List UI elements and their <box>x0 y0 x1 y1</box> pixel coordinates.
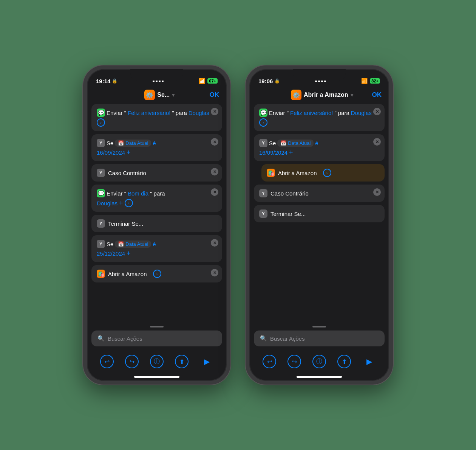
otherwise-icon-1: Y <box>97 169 105 177</box>
amazon-arrow-1[interactable]: › <box>153 270 161 278</box>
otherwise-label-1: Caso Contrário <box>108 170 146 176</box>
action-row-date-p2: 16/09/2024 + <box>259 149 379 157</box>
data-chip-2[interactable]: 📅 Data Atual <box>115 241 151 248</box>
close-btn-amazon-1[interactable]: ✕ <box>211 269 218 276</box>
data-atual-label-p2: Data Atual <box>288 140 311 146</box>
if-icon-2: Y <box>97 240 105 248</box>
date-label-1: 16/09/2024 <box>97 149 125 156</box>
action-card-amazon-1: 🛍️ Abrir a Amazon › ✕ <box>91 265 222 282</box>
se-label-1: Se <box>107 140 113 146</box>
undo-btn-2[interactable]: ↩ <box>263 355 276 368</box>
amazon-arrow-p2[interactable]: › <box>323 169 331 177</box>
quote-close-2: " para <box>150 190 165 197</box>
enviar-label-p2-1: Enviar " <box>269 110 289 116</box>
toolbar-1: ↩ ↪ ⓘ ⬆ ▶ <box>87 351 227 376</box>
close-btn-otherwise-1[interactable]: ✕ <box>211 168 218 175</box>
info-btn-2[interactable]: ⓘ <box>312 355 326 368</box>
plus-btn-date-1[interactable]: + <box>127 149 131 157</box>
battery-1: 67+ <box>207 78 218 84</box>
info-icon-2: ⓘ <box>316 358 322 366</box>
battery-2: 82+ <box>370 78 380 84</box>
close-btn-if-1[interactable]: ✕ <box>211 138 218 146</box>
nav-title-2: ⚙️ Abrir a Amazon ▾ <box>291 90 353 100</box>
message-icon-1: 💬 <box>97 109 105 117</box>
nav-title-1: ⚙️ Se... ▾ <box>144 90 175 100</box>
dot1-p2 <box>315 80 317 82</box>
close-btn-1[interactable]: ✕ <box>211 108 218 115</box>
redo-btn-1[interactable]: ↪ <box>125 355 139 368</box>
enviar-label-1: Enviar " <box>107 110 126 116</box>
search-bar-2[interactable]: 🔍 Buscar Ações <box>254 331 385 346</box>
arrow-circle-2[interactable]: › <box>125 199 133 207</box>
plus-btn-2[interactable]: + <box>119 199 123 207</box>
status-right-2: 📶 82+ <box>361 78 380 84</box>
wifi-icon-2: 📶 <box>361 78 368 84</box>
se-label-2: Se <box>107 241 113 247</box>
dot2 <box>156 80 158 82</box>
scroll-content-2: 💬 Enviar " Feliz aniversário! " para Dou… <box>249 104 389 323</box>
terminar-label-A: Terminar Se... <box>108 220 143 227</box>
bottom-search-2: 🔍 Buscar Ações <box>249 323 389 351</box>
action-row-if-2: Y Se 📅 Data Atual é <box>97 240 217 248</box>
close-btn-send-2[interactable]: ✕ <box>211 188 218 196</box>
plus-btn-date-p2[interactable]: + <box>289 149 293 157</box>
app-icon-1: ⚙️ <box>144 90 155 100</box>
action-card-send-2: 💬 Enviar " Bom dia " para Douglas + › ✕ <box>91 185 222 212</box>
play-btn-1[interactable]: ▶ <box>200 355 213 368</box>
dot4 <box>162 80 164 82</box>
time-label-2: 19:06 <box>258 78 273 84</box>
e-label-1: é <box>153 140 156 146</box>
contact-label-p2-1: Douglas <box>351 110 372 116</box>
dot2-p2 <box>318 80 320 82</box>
play-btn-2[interactable]: ▶ <box>362 355 376 368</box>
action-row-if-1: Y Se 📅 Data Atual é <box>97 139 217 147</box>
amazon-icon-p2: 🛍️ <box>267 169 275 177</box>
undo-btn-1[interactable]: ↩ <box>100 355 114 368</box>
wifi-icon-1: 📶 <box>199 78 205 84</box>
data-chip-1[interactable]: 📅 Data Atual <box>115 140 151 147</box>
calendar-icon-chip-p2: 📅 <box>280 140 286 146</box>
action-card-otherwise-p2: Y Caso Contrário ✕ <box>254 185 385 202</box>
drag-handle-1 <box>150 326 164 327</box>
close-btn-if-p2[interactable]: ✕ <box>373 138 381 146</box>
calendar-icon-chip-2: 📅 <box>118 241 124 247</box>
action-row-2: 💬 Enviar " Bom dia " para <box>97 189 217 197</box>
status-right-1: 📶 67+ <box>199 78 218 84</box>
redo-icon-2: ↪ <box>292 358 297 365</box>
nav-ok-1[interactable]: OK <box>210 91 219 99</box>
nav-ok-2[interactable]: OK <box>372 91 382 99</box>
dot3 <box>159 80 161 82</box>
status-time-1: 19:14 🔒 <box>96 78 117 84</box>
action-row-if-p2: Y Se 📅 Data Atual é <box>259 139 379 147</box>
action-card-send-1: 💬 Enviar " Feliz aniversário! " para Dou… <box>91 104 222 131</box>
action-card-if-p2: Y Se 📅 Data Atual é 16/09/2024 + ✕ <box>254 134 385 161</box>
scroll-content-1: 💬 Enviar " Feliz aniversário! " para Dou… <box>87 104 227 323</box>
action-card-endifA: Y Terminar Se... <box>91 215 222 232</box>
search-icon-2: 🔍 <box>260 335 267 342</box>
action-row-p2-1: 💬 Enviar " Feliz aniversário! " para Dou… <box>259 109 379 127</box>
close-btn-otherwise-p2[interactable]: ✕ <box>373 188 381 196</box>
nav-bar-2: ⚙️ Abrir a Amazon ▾ OK <box>249 87 389 104</box>
search-bar-1[interactable]: 🔍 Buscar Ações <box>91 331 222 346</box>
e-label-p2: é <box>315 140 318 146</box>
redo-btn-2[interactable]: ↪ <box>287 355 301 368</box>
plus-btn-date-2[interactable]: + <box>127 250 131 258</box>
data-chip-p2[interactable]: 📅 Data Atual <box>277 140 314 147</box>
info-btn-1[interactable]: ⓘ <box>150 355 164 368</box>
bom-dia-label: Bom dia <box>128 190 148 197</box>
endif-icon-A: Y <box>97 219 105 228</box>
close-btn-if-2[interactable]: ✕ <box>211 239 218 247</box>
quote-close-1: " <box>172 110 174 116</box>
arrow-circle-1[interactable]: › <box>97 118 105 127</box>
arrow-circle-p2-1[interactable]: › <box>259 118 267 127</box>
share-btn-2[interactable]: ⬆ <box>337 355 351 368</box>
amazon-icon-1: 🛍️ <box>97 270 105 278</box>
undo-icon-2: ↩ <box>267 358 272 365</box>
phone-1: 19:14 🔒 📶 67+ ⚙️ Se... <box>83 65 230 385</box>
feliz-label-1: Feliz aniversário! <box>128 110 170 116</box>
message-icon-2: 💬 <box>97 189 105 197</box>
close-btn-p2-1[interactable]: ✕ <box>373 108 381 115</box>
search-icon-1: 🔍 <box>97 335 105 342</box>
se-label-p2: Se <box>269 140 276 146</box>
share-btn-1[interactable]: ⬆ <box>175 355 189 368</box>
